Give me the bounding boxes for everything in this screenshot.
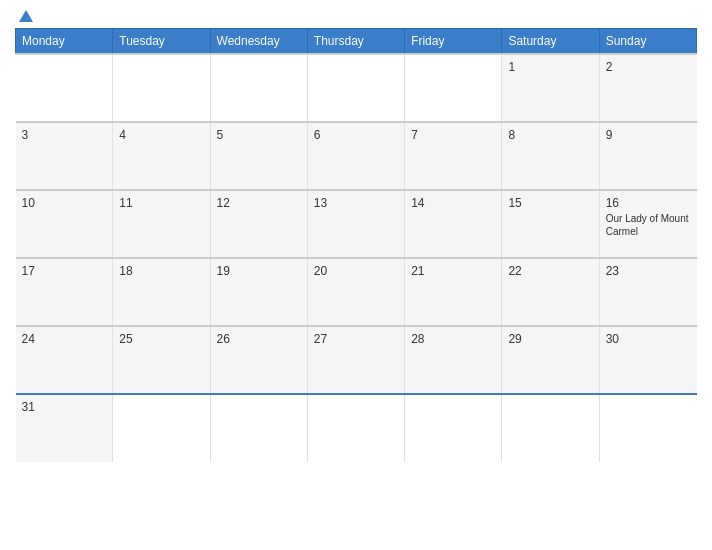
- day-number: 2: [606, 60, 691, 74]
- calendar-cell: 12: [210, 190, 307, 258]
- calendar-cell: 29: [502, 326, 599, 394]
- calendar-cell: 17: [16, 258, 113, 326]
- day-number: 20: [314, 264, 398, 278]
- calendar-cell: [502, 394, 599, 462]
- weekday-header-saturday: Saturday: [502, 29, 599, 55]
- day-number: 5: [217, 128, 301, 142]
- header: [15, 10, 697, 22]
- day-number: 27: [314, 332, 398, 346]
- day-number: 10: [22, 196, 107, 210]
- calendar-week-row: 24252627282930: [16, 326, 697, 394]
- weekday-header-sunday: Sunday: [599, 29, 696, 55]
- day-number: 22: [508, 264, 592, 278]
- calendar-cell: 1: [502, 54, 599, 122]
- day-number: 29: [508, 332, 592, 346]
- calendar-cell: 13: [307, 190, 404, 258]
- calendar-cell: 22: [502, 258, 599, 326]
- day-number: 16: [606, 196, 691, 210]
- calendar-cell: 20: [307, 258, 404, 326]
- day-number: 30: [606, 332, 691, 346]
- calendar-cell: [307, 394, 404, 462]
- calendar-week-row: 10111213141516Our Lady of Mount Carmel: [16, 190, 697, 258]
- calendar-cell: 25: [113, 326, 210, 394]
- day-number: 3: [22, 128, 107, 142]
- weekday-header-monday: Monday: [16, 29, 113, 55]
- day-number: 8: [508, 128, 592, 142]
- day-number: 14: [411, 196, 495, 210]
- day-number: 9: [606, 128, 691, 142]
- calendar-cell: 7: [405, 122, 502, 190]
- calendar-cell: 26: [210, 326, 307, 394]
- calendar-week-row: 3456789: [16, 122, 697, 190]
- day-number: 12: [217, 196, 301, 210]
- weekday-header-friday: Friday: [405, 29, 502, 55]
- day-number: 18: [119, 264, 203, 278]
- calendar-week-row: 17181920212223: [16, 258, 697, 326]
- day-number: 1: [508, 60, 592, 74]
- calendar-cell: [113, 394, 210, 462]
- day-number: 7: [411, 128, 495, 142]
- calendar-cell: 18: [113, 258, 210, 326]
- calendar-cell: 24: [16, 326, 113, 394]
- calendar-cell: 27: [307, 326, 404, 394]
- day-number: 21: [411, 264, 495, 278]
- calendar-cell: 31: [16, 394, 113, 462]
- calendar-cell: 30: [599, 326, 696, 394]
- day-number: 26: [217, 332, 301, 346]
- weekday-header-row: MondayTuesdayWednesdayThursdayFridaySatu…: [16, 29, 697, 55]
- calendar-cell: 28: [405, 326, 502, 394]
- calendar-table: MondayTuesdayWednesdayThursdayFridaySatu…: [15, 28, 697, 462]
- calendar-cell: [210, 394, 307, 462]
- calendar-cell: [307, 54, 404, 122]
- calendar-cell: 11: [113, 190, 210, 258]
- day-number: 13: [314, 196, 398, 210]
- day-number: 31: [22, 400, 107, 414]
- day-number: 25: [119, 332, 203, 346]
- calendar-cell: 21: [405, 258, 502, 326]
- day-number: 19: [217, 264, 301, 278]
- weekday-header-thursday: Thursday: [307, 29, 404, 55]
- logo-triangle-icon: [19, 10, 33, 22]
- weekday-header-wednesday: Wednesday: [210, 29, 307, 55]
- calendar-cell: 23: [599, 258, 696, 326]
- day-number: 23: [606, 264, 691, 278]
- calendar-week-row: 12: [16, 54, 697, 122]
- calendar-week-row: 31: [16, 394, 697, 462]
- calendar-cell: [210, 54, 307, 122]
- day-number: 11: [119, 196, 203, 210]
- calendar-cell: [599, 394, 696, 462]
- calendar-cell: 6: [307, 122, 404, 190]
- calendar-cell: 4: [113, 122, 210, 190]
- calendar-cell: [16, 54, 113, 122]
- calendar-page: MondayTuesdayWednesdayThursdayFridaySatu…: [0, 0, 712, 550]
- calendar-cell: 16Our Lady of Mount Carmel: [599, 190, 696, 258]
- calendar-cell: 14: [405, 190, 502, 258]
- day-number: 6: [314, 128, 398, 142]
- calendar-cell: 2: [599, 54, 696, 122]
- calendar-cell: [405, 394, 502, 462]
- calendar-cell: 3: [16, 122, 113, 190]
- calendar-cell: 8: [502, 122, 599, 190]
- day-number: 15: [508, 196, 592, 210]
- calendar-cell: [405, 54, 502, 122]
- event-label: Our Lady of Mount Carmel: [606, 212, 691, 238]
- weekday-header-tuesday: Tuesday: [113, 29, 210, 55]
- calendar-cell: 10: [16, 190, 113, 258]
- logo: [15, 10, 33, 22]
- day-number: 28: [411, 332, 495, 346]
- calendar-cell: 15: [502, 190, 599, 258]
- day-number: 24: [22, 332, 107, 346]
- calendar-cell: 19: [210, 258, 307, 326]
- calendar-cell: 5: [210, 122, 307, 190]
- calendar-cell: [113, 54, 210, 122]
- day-number: 17: [22, 264, 107, 278]
- calendar-cell: 9: [599, 122, 696, 190]
- day-number: 4: [119, 128, 203, 142]
